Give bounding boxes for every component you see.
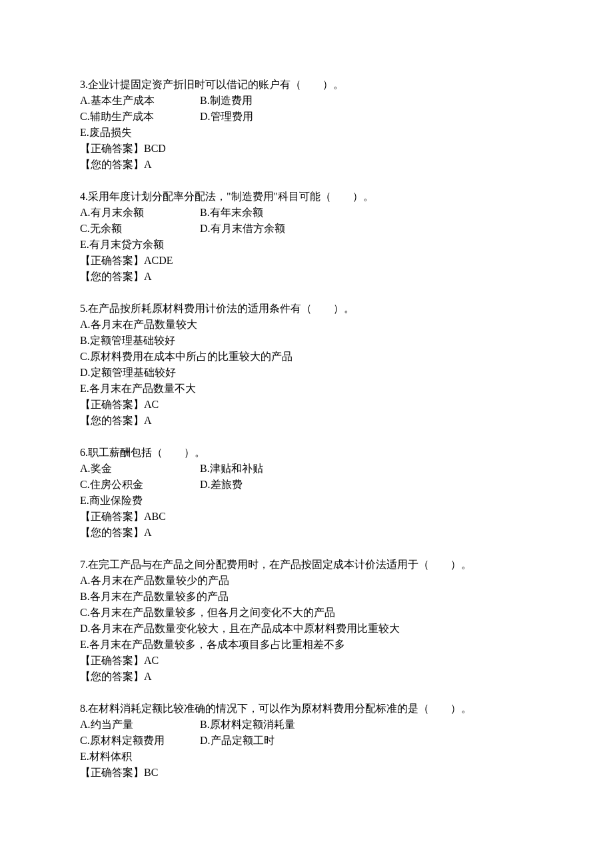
option-b: B.津贴和补贴 <box>200 461 263 477</box>
option-d: D.各月末在产品数量变化较大，且在产品成本中原材料费用比重较大 <box>80 621 533 637</box>
your-answer: 【您的答案】A <box>80 669 533 685</box>
your-answer: 【您的答案】A <box>80 157 533 173</box>
option-row-cd: C.辅助生产成本 D.管理费用 <box>80 109 533 125</box>
correct-answer: 【正确答案】AC <box>80 653 533 669</box>
option-d: D.差旅费 <box>200 477 243 493</box>
option-c: C.原材料费用在成本中所占的比重较大的产品 <box>80 349 533 365</box>
question-7: 7.在完工产品与在产品之间分配费用时，在产品按固定成本计价法适用于（ ）。 A.… <box>80 557 533 685</box>
option-b: B.各月末在产品数量较多的产品 <box>80 589 533 605</box>
option-row-ab: A.奖金 B.津贴和补贴 <box>80 461 533 477</box>
option-d: D.定额管理基础较好 <box>80 365 533 381</box>
correct-answer: 【正确答案】AC <box>80 397 533 413</box>
question-4: 4.采用年度计划分配率分配法，"制造费用"科目可能（ ）。 A.有月末余额 B.… <box>80 189 533 285</box>
option-e: E.废品损失 <box>80 125 533 141</box>
option-b: B.有年末余额 <box>200 205 263 221</box>
option-row-cd: C.住房公积金 D.差旅费 <box>80 477 533 493</box>
correct-answer: 【正确答案】ACDE <box>80 253 533 269</box>
question-stem: 8.在材料消耗定额比较准确的情况下，可以作为原材料费用分配标准的是（ ）。 <box>80 701 533 717</box>
option-a: A.各月末在产品数量较大 <box>80 317 533 333</box>
option-c: C.住房公积金 <box>80 477 200 493</box>
correct-answer: 【正确答案】BC <box>80 765 533 781</box>
question-stem: 6.职工薪酬包括（ ）。 <box>80 445 533 461</box>
question-stem: 7.在完工产品与在产品之间分配费用时，在产品按固定成本计价法适用于（ ）。 <box>80 557 533 573</box>
option-row-cd: C.无余额 D.有月末借方余额 <box>80 221 533 237</box>
option-b: B.定额管理基础较好 <box>80 333 533 349</box>
option-a: A.约当产量 <box>80 717 200 733</box>
option-a: A.奖金 <box>80 461 200 477</box>
option-e: E.各月末在产品数量不大 <box>80 381 533 397</box>
option-a: A.基本生产成本 <box>80 93 200 109</box>
option-e: E.材料体积 <box>80 749 533 765</box>
correct-answer: 【正确答案】ABC <box>80 509 533 525</box>
option-c: C.各月末在产品数量较多，但各月之间变化不大的产品 <box>80 605 533 621</box>
option-d: D.产品定额工时 <box>200 733 275 749</box>
option-row-ab: A.基本生产成本 B.制造费用 <box>80 93 533 109</box>
option-c: C.无余额 <box>80 221 200 237</box>
option-row-ab: A.约当产量 B.原材料定额消耗量 <box>80 717 533 733</box>
question-3: 3.企业计提固定资产折旧时可以借记的账户有（ ）。 A.基本生产成本 B.制造费… <box>80 77 533 173</box>
correct-answer: 【正确答案】BCD <box>80 141 533 157</box>
option-e: E.各月末在产品数量较多，各成本项目多占比重相差不多 <box>80 637 533 653</box>
your-answer: 【您的答案】A <box>80 413 533 429</box>
option-e: E.有月末贷方余额 <box>80 237 533 253</box>
document-page: 3.企业计提固定资产折旧时可以借记的账户有（ ）。 A.基本生产成本 B.制造费… <box>0 0 613 868</box>
question-5: 5.在产品按所耗原材料费用计价法的适用条件有（ ）。 A.各月末在产品数量较大 … <box>80 301 533 429</box>
option-b: B.原材料定额消耗量 <box>200 717 295 733</box>
option-row-cd: C.原材料定额费用 D.产品定额工时 <box>80 733 533 749</box>
option-c: C.原材料定额费用 <box>80 733 200 749</box>
question-stem: 5.在产品按所耗原材料费用计价法的适用条件有（ ）。 <box>80 301 533 317</box>
question-stem: 3.企业计提固定资产折旧时可以借记的账户有（ ）。 <box>80 77 533 93</box>
option-a: A.有月末余额 <box>80 205 200 221</box>
your-answer: 【您的答案】A <box>80 269 533 285</box>
option-c: C.辅助生产成本 <box>80 109 200 125</box>
question-8: 8.在材料消耗定额比较准确的情况下，可以作为原材料费用分配标准的是（ ）。 A.… <box>80 701 533 781</box>
option-a: A.各月末在产品数量较少的产品 <box>80 573 533 589</box>
option-d: D.有月末借方余额 <box>200 221 285 237</box>
option-row-ab: A.有月末余额 B.有年末余额 <box>80 205 533 221</box>
question-6: 6.职工薪酬包括（ ）。 A.奖金 B.津贴和补贴 C.住房公积金 D.差旅费 … <box>80 445 533 541</box>
option-b: B.制造费用 <box>200 93 253 109</box>
option-d: D.管理费用 <box>200 109 253 125</box>
question-stem: 4.采用年度计划分配率分配法，"制造费用"科目可能（ ）。 <box>80 189 533 205</box>
your-answer: 【您的答案】A <box>80 525 533 541</box>
option-e: E.商业保险费 <box>80 493 533 509</box>
